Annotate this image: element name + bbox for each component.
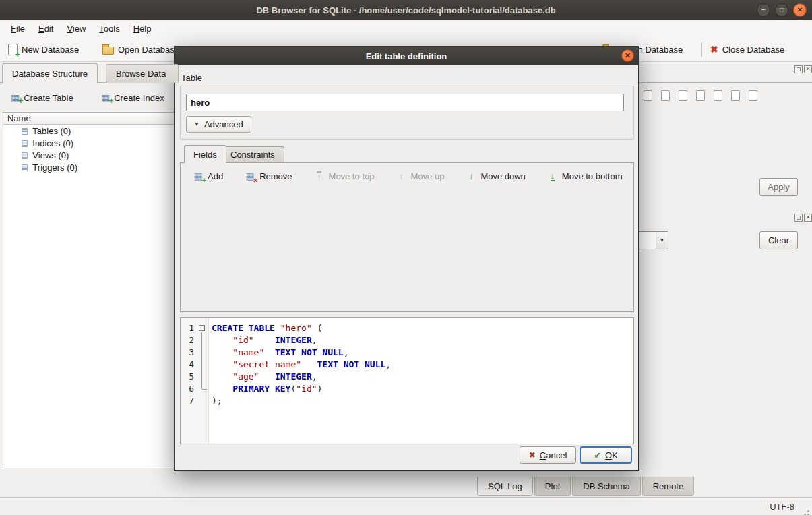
dialog-titlebar[interactable]: Edit table definition ✕ [175,47,638,65]
chevron-down-icon: ▾ [656,232,668,249]
remove-button[interactable]: ▦✕Remove [241,169,296,183]
fold-margin [195,371,212,383]
code-fold-icon[interactable] [199,325,205,331]
button-label: Create Index [114,93,164,103]
tab-remote[interactable]: Remote [642,477,695,496]
open-database-icon [102,47,114,55]
dialog-close-icon[interactable]: ✕ [621,49,634,62]
close-database-icon: ✖ [710,44,718,55]
clear-button[interactable]: Clear [759,231,798,249]
button-label: Move to top [329,171,375,181]
cell-toolbar-icon[interactable] [658,88,673,104]
create-table-button[interactable]: ▦ Create Table [5,89,79,107]
new-database-icon [8,44,18,55]
dialog-title: Edit table definition [366,51,447,61]
cell-toolbar-icon[interactable] [710,88,725,104]
table-list-icon: ▤ [21,139,28,147]
tab-browse-data[interactable]: Browse Data [106,64,179,83]
close-icon[interactable]: ✕ [793,3,807,17]
cell-toolbar-icon[interactable] [675,88,690,104]
cell-toolbar-icon[interactable] [640,88,655,104]
open-database-button[interactable]: Open Database [98,40,183,59]
sql-token: , [312,335,317,345]
button-label: Cancel [540,450,567,460]
fold-margin [195,395,212,407]
move-to-bottom-button[interactable]: ↓Move to bottom [543,169,627,183]
dock-close-icon[interactable]: ✕ [804,214,812,222]
fields-toolbar: ▦+Add▦✕Remove↑Move to top↑Move up↓Move d… [189,169,626,183]
tab-label: Constraints [230,150,275,160]
sql-token [275,323,280,333]
sql-token: INTEGER [275,335,312,345]
edit-table-dialog: Edit table definition ✕ Table ▼ Advanced… [174,46,639,471]
apply-button[interactable]: Apply [759,178,798,196]
fold-margin [195,359,212,371]
menu-item-edit[interactable]: Edit [32,22,60,36]
add-icon: ▦+ [193,171,204,181]
tab-db-schema[interactable]: DB Schema [572,477,640,496]
table-name-input[interactable] [186,94,624,111]
resize-grip-icon[interactable] [807,510,809,512]
menu-item-file[interactable]: File [4,22,32,36]
dock-close-icon[interactable]: ✕ [804,65,812,73]
fold-margin [195,334,212,346]
line-number: 3 [181,346,195,359]
maximize-icon[interactable]: □ [775,3,788,17]
new-database-button[interactable]: New Database [4,40,83,59]
move-up-button: ↑Move up [392,169,449,183]
minimize-icon[interactable]: − [757,3,770,17]
sql-token [212,384,232,394]
sql-token [259,371,274,382]
sql-token: "id" [296,384,317,394]
move-down-icon: ↓ [466,171,476,181]
create-index-button[interactable]: ▦ Create Index [96,89,170,107]
status-bar: UTF-8 [0,497,812,515]
table-label: Table [181,73,202,83]
document-icon [696,90,705,101]
chevron-down-icon: ▼ [194,121,199,127]
line-number: 7 [181,395,195,407]
sql-token: , [344,347,349,357]
dock-float-icon[interactable] [794,65,803,73]
button-label: Move to bottom [562,171,623,181]
move-to-top-button: ↑Move to top [310,169,379,183]
menu-item-view[interactable]: View [60,22,92,36]
add-button[interactable]: ▦+Add [189,169,227,183]
ok-button[interactable]: ✔ OK [580,446,632,464]
fold-guide-tick [202,389,207,390]
button-label: Advanced [204,119,243,129]
sql-token: "age" [232,371,259,382]
cancel-button[interactable]: ✖ Cancel [520,446,576,464]
fold-margin [195,346,212,359]
sql-token: ) [317,384,323,394]
sql-token: TEXT NOT NULL [317,359,386,369]
document-icon [679,90,687,101]
tab-sql-log[interactable]: SQL Log [477,477,533,496]
sql-line: 7); [181,395,633,407]
tab-constraints[interactable]: Constraints [221,146,284,162]
cell-toolbar-icon[interactable] [728,88,743,104]
table-list-icon: ▤ [21,151,28,159]
sql-line: 3 "name" TEXT NOT NULL, [181,346,633,359]
menu-item-tools[interactable]: Tools [92,22,126,36]
tab-fields[interactable]: Fields [184,145,226,163]
sql-code: PRIMARY KEY("id") [212,383,322,395]
tab-label: Fields [193,150,217,160]
encoding-indicator: UTF-8 [770,502,794,512]
document-icon [661,90,670,101]
tab-plot[interactable]: Plot [534,477,571,496]
tab-database-structure[interactable]: Database Structure [2,63,98,83]
close-database-button[interactable]: ✖ Close Database [706,40,788,59]
tree-item-label: Triggers (0) [32,162,77,173]
move-to-top-icon: ↑ [314,171,325,181]
cell-toolbar-icon[interactable] [693,88,708,104]
sql-preview[interactable]: 1CREATE TABLE "hero" (2 "id" INTEGER,3 "… [180,317,634,444]
button-label: Add [208,171,223,181]
dock-float-icon[interactable] [794,214,803,222]
advanced-toggle-button[interactable]: ▼ Advanced [186,116,251,133]
move-down-button[interactable]: ↓Move down [462,169,529,183]
window-titlebar[interactable]: DB Browser for SQLite - /home/user/code/… [0,0,812,20]
cell-toolbar-icon[interactable] [745,88,760,104]
menu-item-help[interactable]: Help [127,22,158,36]
line-number: 6 [181,383,195,395]
